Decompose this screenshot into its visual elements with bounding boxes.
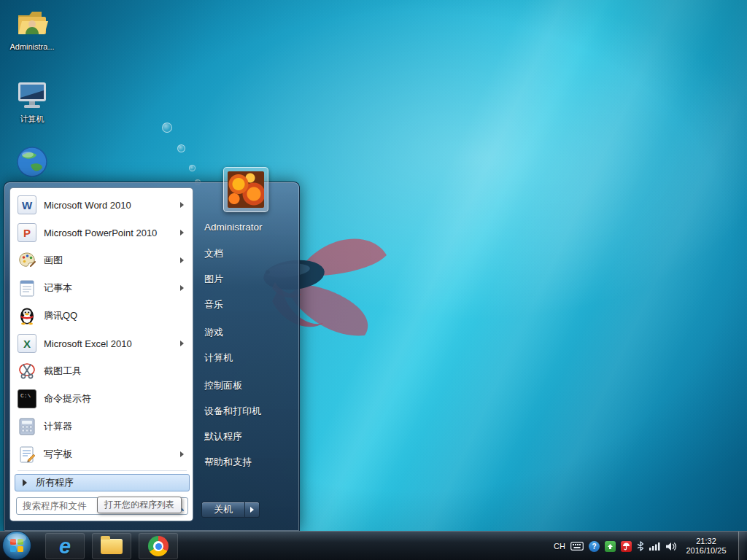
desktop: Administra... 计算机 bbox=[0, 0, 747, 560]
desktop-icon-network[interactable] bbox=[4, 144, 60, 181]
clock-time: 21:32 bbox=[682, 537, 730, 546]
start-menu-item-notepad[interactable]: 记事本 bbox=[12, 274, 191, 302]
start-menu: W Microsoft Word 2010 P Microsoft PowerP… bbox=[4, 182, 300, 531]
all-programs-tooltip: 打开您的程序列表 bbox=[97, 497, 182, 513]
start-menu-item-powerpoint[interactable]: P Microsoft PowerPoint 2010 bbox=[12, 219, 191, 246]
taskbar-internet-explorer[interactable]: e bbox=[45, 533, 85, 559]
start-menu-item-snipping-tool[interactable]: 截图工具 bbox=[12, 357, 191, 385]
taskbar-chrome[interactable] bbox=[139, 533, 178, 559]
update-arrow-icon[interactable] bbox=[605, 541, 616, 552]
notepad-icon bbox=[18, 279, 36, 298]
volume-icon[interactable] bbox=[665, 542, 677, 551]
start-menu-item-calculator[interactable]: 计算器 bbox=[12, 413, 191, 440]
submenu-arrow-icon bbox=[180, 230, 184, 236]
wallpaper-bubble bbox=[177, 144, 185, 152]
antivirus-umbrella-icon[interactable] bbox=[621, 541, 632, 552]
all-programs-button[interactable]: 所有程序 bbox=[15, 474, 190, 491]
system-tray: CH ? bbox=[554, 532, 747, 560]
start-menu-item-help-support[interactable]: 帮助和支持 bbox=[201, 454, 296, 471]
start-menu-item-music[interactable]: 音乐 bbox=[201, 296, 296, 314]
wallpaper-bubble bbox=[162, 122, 172, 133]
chrome-icon bbox=[148, 536, 169, 556]
start-menu-separator bbox=[18, 470, 187, 472]
start-menu-item-computer[interactable]: 计算机 bbox=[201, 349, 296, 367]
avatar-picture bbox=[228, 171, 264, 208]
start-menu-item-paint[interactable]: 画图 bbox=[12, 246, 191, 274]
taskbar: e CH ? bbox=[0, 531, 747, 560]
start-menu-item-default-programs[interactable]: 默认程序 bbox=[201, 428, 296, 446]
internet-explorer-icon: e bbox=[59, 536, 71, 557]
wordpad-icon bbox=[18, 445, 36, 464]
start-menu-item-pictures[interactable]: 图片 bbox=[201, 271, 296, 288]
desktop-icon-label: 计算机 bbox=[4, 114, 60, 125]
user-folder-icon bbox=[15, 6, 50, 41]
computer-icon bbox=[15, 77, 50, 112]
start-menu-item-devices-printers[interactable]: 设备和打印机 bbox=[201, 402, 296, 420]
excel-icon: X bbox=[18, 334, 36, 353]
right-arrow-icon bbox=[23, 479, 27, 486]
word-icon: W bbox=[18, 195, 36, 214]
taskbar-clock[interactable]: 21:32 2016/10/25 bbox=[682, 537, 730, 556]
start-menu-item-games[interactable]: 游戏 bbox=[201, 324, 296, 341]
powerpoint-icon: P bbox=[18, 223, 36, 242]
folder-icon bbox=[101, 539, 123, 554]
submenu-arrow-icon bbox=[180, 285, 184, 291]
taskbar-explorer[interactable] bbox=[92, 533, 131, 559]
show-desktop-button[interactable] bbox=[738, 532, 746, 560]
desktop-icon-computer[interactable]: 计算机 bbox=[4, 77, 60, 125]
bluetooth-icon[interactable] bbox=[637, 541, 644, 551]
start-button[interactable] bbox=[1, 530, 32, 560]
wallpaper-bubble bbox=[189, 165, 196, 171]
start-menu-left-panel: W Microsoft Word 2010 P Microsoft PowerP… bbox=[9, 187, 193, 521]
help-icon[interactable]: ? bbox=[589, 541, 600, 552]
network-signal-icon[interactable] bbox=[649, 542, 660, 551]
start-menu-item-qq[interactable]: 腾讯QQ bbox=[12, 302, 191, 330]
user-avatar[interactable] bbox=[223, 167, 268, 212]
start-menu-item-documents[interactable]: 文档 bbox=[201, 245, 296, 262]
desktop-icon-administrator[interactable]: Administra... bbox=[4, 6, 60, 51]
user-name[interactable]: Administrator bbox=[204, 222, 263, 233]
keyboard-icon[interactable] bbox=[570, 542, 584, 551]
shutdown-control: 关机 bbox=[201, 502, 260, 518]
desktop-icon-label: Administra... bbox=[4, 42, 60, 51]
command-prompt-icon: C:\ bbox=[18, 389, 36, 408]
right-arrow-icon bbox=[250, 507, 254, 513]
calculator-icon bbox=[18, 417, 36, 436]
start-menu-item-command-prompt[interactable]: C:\ 命令提示符 bbox=[12, 385, 191, 413]
qq-penguin-icon bbox=[18, 306, 36, 325]
shutdown-button[interactable]: 关机 bbox=[201, 502, 245, 518]
start-menu-item-word[interactable]: W Microsoft Word 2010 bbox=[12, 191, 191, 219]
start-menu-item-control-panel[interactable]: 控制面板 bbox=[201, 377, 296, 394]
scissors-icon bbox=[18, 362, 36, 381]
start-menu-item-excel[interactable]: X Microsoft Excel 2010 bbox=[12, 330, 191, 357]
paint-icon bbox=[18, 251, 36, 270]
submenu-arrow-icon bbox=[180, 341, 184, 346]
submenu-arrow-icon bbox=[180, 257, 184, 263]
input-language-indicator[interactable]: CH bbox=[554, 542, 565, 551]
shutdown-options-button[interactable] bbox=[245, 502, 260, 518]
globe-icon bbox=[15, 144, 50, 179]
start-menu-item-wordpad[interactable]: 写字板 bbox=[12, 440, 191, 468]
clock-date: 2016/10/25 bbox=[682, 546, 730, 556]
submenu-arrow-icon bbox=[180, 451, 184, 457]
submenu-arrow-icon bbox=[180, 202, 184, 208]
